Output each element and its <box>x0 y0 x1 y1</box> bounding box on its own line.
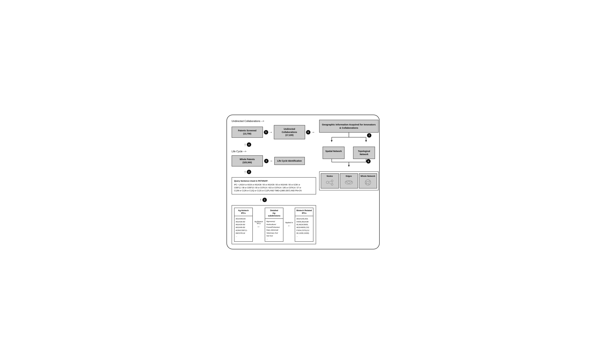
svg-marker-12 <box>348 165 350 167</box>
step2-vert-arrow: ↑ 2 <box>232 169 316 174</box>
nodes-label: Nodes <box>327 175 333 177</box>
step4-badge: 4 <box>247 143 251 147</box>
svg-point-27 <box>369 181 370 182</box>
whole-network-box: Whole Network <box>359 173 377 188</box>
query-title: Query Sentence Used in PATSNAP: <box>234 179 313 183</box>
network-row: Spatial Network Topological Network <box>319 147 378 159</box>
step5-arrow: 5 → <box>263 130 274 135</box>
biotech-related-header: Biotech Related IPCs <box>295 208 313 216</box>
ag-biotech-content: A01H/A01N/ A61K38-00/ A61K39-00/ A61K48-… <box>234 216 252 241</box>
svg-point-28 <box>368 183 369 185</box>
life-cycle-box: Life Cycle Identification <box>274 157 305 165</box>
edges-icon <box>344 179 354 186</box>
svg-text:7: 7 <box>369 134 370 137</box>
svg-point-17 <box>331 183 333 185</box>
topological-network-label: Topological Network <box>358 150 370 156</box>
undirected-collab-box: Undirected Collaborations (17,220) <box>274 125 305 139</box>
undirected-collab-line2: (17,220) <box>285 134 293 136</box>
step5-badge: 5 <box>264 130 268 134</box>
metrics-row: Nodes Edges <box>319 171 378 190</box>
svg-point-29 <box>366 183 366 184</box>
ipc-section: Ag-biotech IPCs A01H/A01N/ A61K38-00/ A6… <box>232 205 316 244</box>
svg-point-24 <box>351 182 352 182</box>
main-diagram: Undirected Collaborations --> Patents Sc… <box>227 115 380 249</box>
patents-screened-box: Patents Screened (13,758) <box>232 127 263 138</box>
mid-row: Whole Patents (325,500) 3 → Life Cycle I… <box>232 155 316 167</box>
svg-text:8: 8 <box>368 160 369 163</box>
spatial-network-label: Spatial Network <box>325 150 342 152</box>
query-box: Query Sentence Used in PATSNAP: IPC = (A… <box>232 177 316 195</box>
life-cycle-label: Life Cycle Identification <box>277 160 302 162</box>
svg-marker-5 <box>365 140 367 142</box>
step3-badge: 3 <box>264 159 269 163</box>
svg-line-33 <box>366 183 368 184</box>
step1-vert-arrow: ↑ 1 <box>232 197 316 202</box>
whole-patents-box: Whole Patents (325,500) <box>232 155 263 167</box>
step4-vert-arrow: ↑ 4 <box>232 142 316 147</box>
biotech-related-content: A01H1/00,A01 H4/00,A61K38/ 00,A61K39/00,… <box>295 216 313 241</box>
whole-patents-line2: (325,500) <box>242 161 252 164</box>
step6-arrow: 6 → <box>305 130 316 135</box>
whole-network-icon <box>363 179 373 186</box>
lower-connections-svg: 8 <box>319 159 378 170</box>
detailed-ag-content: Agronomy/ Horticulture/ Forest/Fisheries… <box>265 219 283 241</box>
connections-svg: 7 <box>319 133 378 147</box>
layout: Undirected Collaborations --> Patents Sc… <box>232 120 375 244</box>
edges-label: Edges <box>346 175 352 177</box>
svg-marker-3 <box>331 140 333 142</box>
applied-in-arrow: Applied In ← <box>285 208 293 242</box>
svg-point-23 <box>346 182 347 182</box>
ag-biotech-arrow: Ag-Biotech IPCs ← <box>254 208 263 242</box>
edges-box: Edges <box>340 173 358 188</box>
nodes-icon <box>325 179 335 186</box>
applied-in-label: Applied In <box>285 221 293 223</box>
step1-badge: 1 <box>262 198 267 202</box>
biotech-related-box: Biotech Related IPCs A01H1/00,A01 H4/00,… <box>295 208 313 242</box>
query-content: IPC = (A01H or A01N or A61K38 / 00 or A6… <box>234 183 313 192</box>
svg-line-18 <box>329 181 331 182</box>
ag-biotech-label: Ag-Biotech IPCs <box>255 221 263 224</box>
top-row: Patents Screened (13,758) 5 → Undirected… <box>232 125 316 139</box>
svg-line-19 <box>329 183 331 184</box>
right-panel: Geographic Information Acquired for Inno… <box>319 120 378 244</box>
geo-info-label: Geographic Information Acquired for Inno… <box>322 123 376 129</box>
detailed-ag-header: Detailed Ag-subdivisions <box>265 208 283 219</box>
svg-point-26 <box>366 181 367 182</box>
patents-screened-line1: Patents Screened <box>238 129 256 132</box>
topological-network-box: Topological Network <box>353 147 375 159</box>
patents-screened-line2: (13,758) <box>243 132 251 135</box>
svg-line-30 <box>367 181 369 182</box>
svg-point-15 <box>326 181 329 184</box>
undirected-collab-line1: Undirected Collaborations <box>282 128 297 133</box>
svg-line-31 <box>369 182 369 183</box>
step6-badge: 6 <box>306 130 310 134</box>
detailed-ag-box: Detailed Ag-subdivisions Agronomy/ Horti… <box>265 208 283 242</box>
left-panel: Undirected Collaborations --> Patents Sc… <box>232 120 316 244</box>
whole-network-label: Whole Network <box>361 175 375 177</box>
nodes-box: Nodes <box>321 173 339 188</box>
step2-badge: 2 <box>247 170 251 174</box>
ag-biotech-header: Ag-biotech IPCs <box>234 208 252 216</box>
ag-biotech-box: Ag-biotech IPCs A01H/A01N/ A61K38-00/ A6… <box>234 208 253 242</box>
spatial-network-box: Spatial Network <box>323 147 345 159</box>
geo-info-box: Geographic Information Acquired for Inno… <box>319 120 378 133</box>
svg-point-25 <box>365 180 371 185</box>
whole-patents-line1: Whole Patents <box>240 158 255 160</box>
svg-point-16 <box>331 180 333 182</box>
